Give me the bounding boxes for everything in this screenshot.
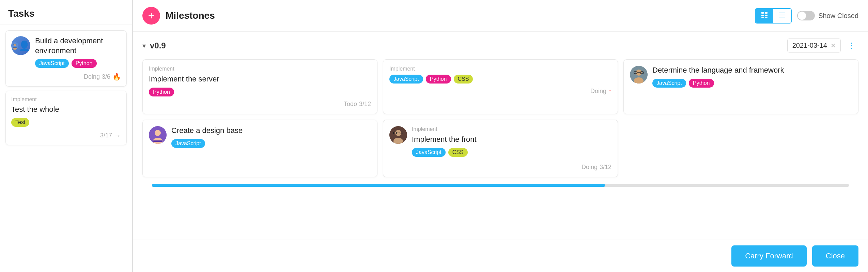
milestone-card-1[interactable]: Implement Implement the server Python To… bbox=[142, 59, 377, 114]
task-footer-1: Doing 3/6 🔥 bbox=[11, 73, 121, 81]
task-info-1: Build a development environment JavaScri… bbox=[35, 36, 121, 68]
status-doing-card5: Doing bbox=[582, 164, 598, 171]
status-doing-card2: Doing bbox=[590, 88, 606, 95]
show-closed-toggle[interactable] bbox=[797, 11, 815, 20]
card-tags-4: JavaScript bbox=[171, 139, 243, 148]
show-closed-label: Show Closed bbox=[818, 12, 858, 20]
tag-js-card4: JavaScript bbox=[171, 139, 205, 148]
view-list-button[interactable] bbox=[773, 9, 791, 23]
avatar-card3 bbox=[630, 66, 648, 84]
view-toggle bbox=[755, 8, 792, 24]
svg-rect-7 bbox=[761, 12, 764, 14]
card-footer-2: Doing ↑ bbox=[389, 88, 611, 95]
svg-rect-9 bbox=[761, 15, 764, 16]
svg-rect-4 bbox=[13, 45, 14, 45]
milestone-card-3[interactable]: Determine the language and framework Jav… bbox=[623, 59, 858, 114]
cards-grid: Implement Implement the server Python To… bbox=[142, 59, 858, 177]
card-title-4: Create a design base bbox=[171, 126, 243, 135]
milestone-version: v0.9 bbox=[150, 41, 783, 50]
svg-rect-12 bbox=[765, 17, 768, 18]
app-container: Tasks bbox=[0, 0, 868, 272]
date-field[interactable]: 2021-03-14 ✕ bbox=[787, 39, 841, 52]
card-title-3: Determine the language and framework bbox=[652, 66, 784, 75]
chevron-icon[interactable]: ▾ bbox=[142, 42, 146, 50]
add-milestone-button[interactable]: + bbox=[142, 7, 160, 25]
milestones-panel: + Milestones bbox=[133, 0, 868, 272]
svg-rect-3 bbox=[13, 47, 17, 48]
close-button[interactable]: Close bbox=[812, 245, 858, 267]
up-arrow-icon: ↑ bbox=[608, 88, 611, 95]
svg-rect-5 bbox=[15, 45, 17, 45]
svg-point-23 bbox=[155, 130, 161, 136]
card-tags-5: JavaScript CSS bbox=[412, 148, 477, 157]
svg-rect-11 bbox=[761, 17, 764, 18]
carry-forward-button[interactable]: Carry Forward bbox=[731, 245, 807, 267]
tag-python-card2: Python bbox=[426, 75, 451, 84]
date-clear-icon[interactable]: ✕ bbox=[831, 42, 836, 49]
avatar-card4 bbox=[149, 126, 167, 144]
card-title-5: Implement the front bbox=[412, 135, 477, 144]
scrollbar[interactable] bbox=[152, 184, 849, 187]
milestone-card-5[interactable]: Implement Implement the front JavaScript… bbox=[383, 120, 618, 177]
tag-css-card5: CSS bbox=[448, 148, 468, 157]
count-2: 3/17 bbox=[100, 132, 112, 139]
tag-js-card5: JavaScript bbox=[412, 148, 446, 157]
card-title-1: Implement the server bbox=[149, 75, 371, 84]
card-label-2: Implement bbox=[389, 66, 611, 72]
milestones-header: + Milestones bbox=[133, 0, 868, 32]
tasks-header: Tasks bbox=[0, 0, 132, 25]
count-1: 3/6 bbox=[102, 73, 110, 80]
task-label-2: Implement bbox=[11, 96, 121, 103]
tag-python-card1: Python bbox=[149, 88, 174, 96]
card-footer-5: Doing 3/12 bbox=[389, 164, 611, 171]
svg-rect-10 bbox=[765, 15, 768, 16]
milestone-section: ▾ v0.9 2021-03-14 ✕ ⋮ Implement Implemen… bbox=[133, 32, 868, 240]
tasks-panel: Tasks bbox=[0, 0, 133, 272]
milestone-row: ▾ v0.9 2021-03-14 ✕ ⋮ bbox=[142, 39, 858, 52]
svg-rect-14 bbox=[779, 15, 785, 15]
task-title-1: Build a development environment bbox=[35, 36, 121, 56]
milestones-title: Milestones bbox=[166, 10, 749, 21]
avatar-card5 bbox=[389, 126, 407, 144]
svg-rect-25 bbox=[153, 140, 162, 142]
milestone-card-2[interactable]: Implement JavaScript Python CSS Doing ↑ bbox=[383, 59, 618, 114]
tag-test: Test bbox=[11, 118, 29, 127]
arrow-icon: → bbox=[114, 132, 121, 139]
status-todo: Todo bbox=[344, 101, 357, 108]
svg-rect-15 bbox=[779, 17, 785, 17]
tag-css-card2: CSS bbox=[454, 75, 473, 84]
task-title-2: Test the whole bbox=[11, 105, 121, 115]
milestones-footer: Carry Forward Close bbox=[133, 240, 868, 272]
task-tags-1: JavaScript Python bbox=[35, 59, 121, 68]
task-card-1[interactable]: Build a development environment JavaScri… bbox=[5, 30, 127, 87]
tag-js-card2: JavaScript bbox=[389, 75, 423, 84]
scrollbar-thumb bbox=[152, 184, 605, 187]
card-label-1: Implement bbox=[149, 66, 371, 72]
task-card-2[interactable]: Implement Test the whole Test 3/17 → bbox=[5, 91, 127, 145]
count-card1: 3/12 bbox=[359, 101, 371, 108]
tag-javascript-1: JavaScript bbox=[35, 59, 69, 68]
status-doing-1: Doing bbox=[84, 73, 100, 80]
avatar-task-1 bbox=[11, 36, 30, 55]
card-footer-1: Todo 3/12 bbox=[149, 101, 371, 108]
svg-rect-13 bbox=[779, 13, 785, 13]
card-tags-2: JavaScript Python CSS bbox=[389, 75, 611, 84]
view-card-button[interactable] bbox=[756, 9, 773, 23]
card-label-5: Implement bbox=[412, 126, 477, 132]
task-footer-2: 3/17 → bbox=[11, 132, 121, 139]
task-tags-2: Test bbox=[11, 118, 121, 127]
svg-rect-8 bbox=[765, 12, 768, 14]
tag-js-card3: JavaScript bbox=[652, 79, 686, 88]
more-options-button[interactable]: ⋮ bbox=[845, 40, 858, 52]
count-card5: 3/12 bbox=[600, 164, 611, 171]
card-tags-1: Python bbox=[149, 88, 371, 96]
tag-python-card3: Python bbox=[689, 79, 714, 88]
show-closed-container: Show Closed bbox=[797, 11, 858, 20]
card-tags-3: JavaScript Python bbox=[652, 79, 784, 88]
fire-icon: 🔥 bbox=[112, 73, 121, 81]
milestone-card-4[interactable]: Create a design base JavaScript bbox=[142, 120, 377, 177]
tag-python-1: Python bbox=[72, 59, 97, 68]
date-value: 2021-03-14 bbox=[792, 42, 827, 49]
